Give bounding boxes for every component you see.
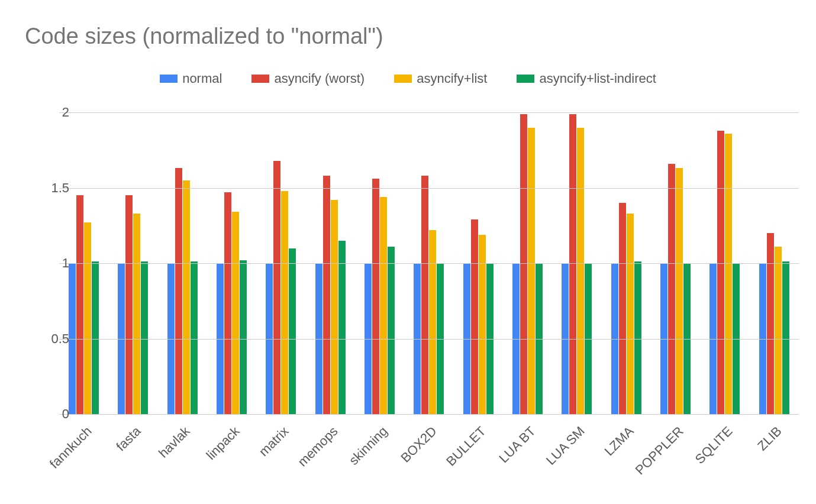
legend-item: asyncify+list bbox=[394, 71, 487, 86]
legend-swatch bbox=[394, 75, 412, 83]
bar bbox=[92, 261, 99, 414]
legend: normalasyncify (worst)asyncify+listasync… bbox=[0, 71, 816, 86]
bar bbox=[338, 241, 346, 414]
bar bbox=[782, 261, 789, 414]
legend-label: asyncify+list bbox=[417, 71, 487, 86]
bar bbox=[125, 195, 133, 414]
legend-label: asyncify+list-indirect bbox=[539, 71, 656, 86]
bar bbox=[471, 219, 478, 414]
x-tick-label: fasta bbox=[113, 424, 144, 454]
bar bbox=[232, 212, 239, 414]
bar bbox=[569, 114, 576, 414]
bar bbox=[281, 191, 288, 414]
x-label-slot: SQLITE bbox=[700, 416, 749, 493]
bar bbox=[141, 261, 148, 414]
bar bbox=[717, 131, 724, 414]
x-label-slot: skinning bbox=[355, 416, 404, 493]
bar bbox=[133, 214, 140, 414]
bar bbox=[775, 247, 782, 414]
x-tick-label: ZLIB bbox=[754, 424, 785, 454]
bar bbox=[224, 192, 231, 414]
x-axis-labels: fannkuchfastahavlaklinpackmatrixmemopssk… bbox=[59, 416, 799, 493]
bar bbox=[289, 248, 296, 415]
bar bbox=[520, 114, 527, 414]
x-label-slot: havlak bbox=[158, 416, 207, 493]
bar bbox=[191, 261, 198, 414]
bar bbox=[634, 261, 641, 414]
gridline bbox=[59, 263, 799, 264]
x-tick-label: matrix bbox=[256, 424, 292, 460]
legend-swatch bbox=[517, 75, 534, 83]
bar bbox=[372, 179, 379, 414]
y-tick-label: 0.5 bbox=[34, 331, 69, 347]
x-label-slot: fasta bbox=[108, 416, 157, 493]
legend-swatch bbox=[160, 75, 178, 83]
bar bbox=[76, 195, 83, 414]
legend-label: normal bbox=[182, 71, 222, 86]
bar bbox=[331, 200, 338, 414]
bar bbox=[767, 233, 774, 414]
chart-container: Code sizes (normalized to "normal") norm… bbox=[0, 0, 816, 504]
x-label-slot: linpack bbox=[207, 416, 256, 493]
y-tick-label: 2 bbox=[34, 105, 69, 120]
bar bbox=[577, 128, 584, 415]
bar bbox=[380, 197, 387, 414]
bar bbox=[323, 176, 330, 414]
plot-area bbox=[59, 112, 799, 414]
x-tick-label: BOX2D bbox=[398, 424, 440, 466]
bar bbox=[668, 164, 675, 414]
gridline bbox=[59, 112, 799, 113]
bar bbox=[421, 176, 428, 414]
bar bbox=[627, 214, 634, 414]
x-tick-label: linpack bbox=[203, 424, 243, 463]
bar bbox=[84, 222, 91, 414]
chart-title: Code sizes (normalized to "normal") bbox=[25, 24, 383, 49]
legend-item: asyncify (worst) bbox=[251, 71, 365, 86]
bar bbox=[240, 260, 247, 414]
x-label-slot: fannkuch bbox=[59, 416, 108, 493]
x-tick-label: fannkuch bbox=[47, 424, 95, 472]
bar bbox=[183, 180, 190, 414]
x-label-slot: LUA SM bbox=[552, 416, 601, 493]
y-tick-label: 0 bbox=[34, 406, 69, 422]
legend-swatch bbox=[251, 75, 269, 83]
bar bbox=[528, 128, 535, 415]
bar bbox=[388, 247, 395, 414]
x-tick-label: LZMA bbox=[602, 424, 637, 459]
bar bbox=[725, 134, 732, 414]
bar bbox=[479, 235, 486, 414]
y-tick-label: 1 bbox=[34, 256, 69, 271]
gridline bbox=[59, 414, 799, 415]
bar bbox=[273, 161, 280, 414]
bar bbox=[175, 168, 182, 414]
x-label-slot: ZLIB bbox=[750, 416, 799, 493]
gridline bbox=[59, 188, 799, 189]
y-tick-label: 1.5 bbox=[34, 180, 69, 196]
legend-label: asyncify (worst) bbox=[274, 71, 365, 86]
legend-item: asyncify+list-indirect bbox=[517, 71, 656, 86]
x-tick-label: havlak bbox=[156, 424, 193, 461]
bar bbox=[676, 168, 683, 414]
gridline bbox=[59, 339, 799, 340]
bar bbox=[619, 203, 626, 414]
bar bbox=[429, 230, 436, 414]
legend-item: normal bbox=[160, 71, 222, 86]
